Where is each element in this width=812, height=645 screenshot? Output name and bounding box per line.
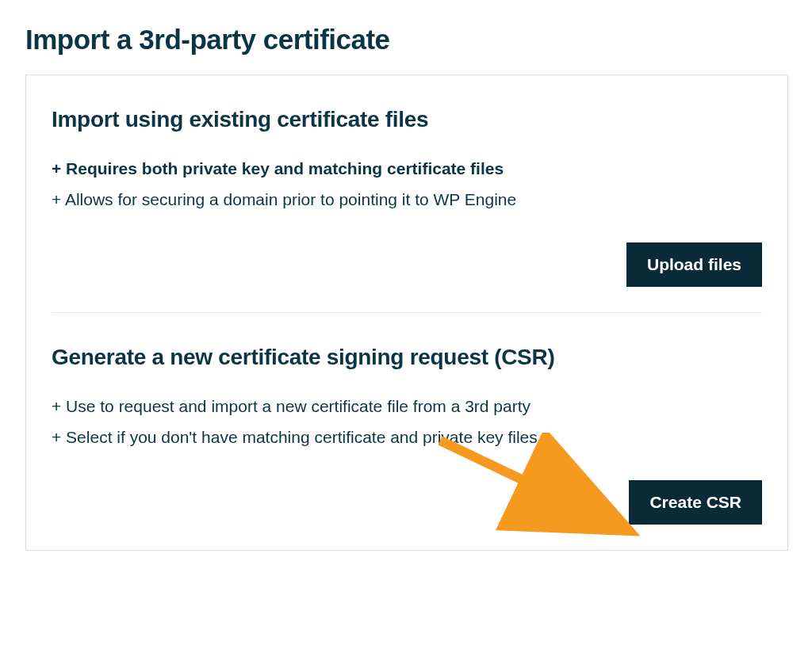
import-existing-title: Import using existing certificate files xyxy=(52,107,762,132)
page-title: Import a 3rd-party certificate xyxy=(25,24,788,55)
svg-line-1 xyxy=(440,441,615,524)
certificate-options-card: Import using existing certificate files … xyxy=(25,74,788,551)
import-existing-bullet-1: + Requires both private key and matching… xyxy=(52,156,762,182)
upload-files-button[interactable]: Upload files xyxy=(626,242,762,287)
generate-csr-section: Generate a new certificate signing reque… xyxy=(26,313,787,550)
generate-csr-button-row: Create CSR xyxy=(52,480,762,525)
create-csr-button[interactable]: Create CSR xyxy=(629,480,762,525)
import-existing-bullet-2: + Allows for securing a domain prior to … xyxy=(52,187,762,213)
import-existing-section: Import using existing certificate files … xyxy=(26,75,787,312)
generate-csr-bullet-1: + Use to request and import a new certif… xyxy=(52,394,762,420)
import-existing-button-row: Upload files xyxy=(52,242,762,287)
generate-csr-bullet-2: + Select if you don't have matching cert… xyxy=(52,425,762,451)
generate-csr-title: Generate a new certificate signing reque… xyxy=(52,345,762,370)
